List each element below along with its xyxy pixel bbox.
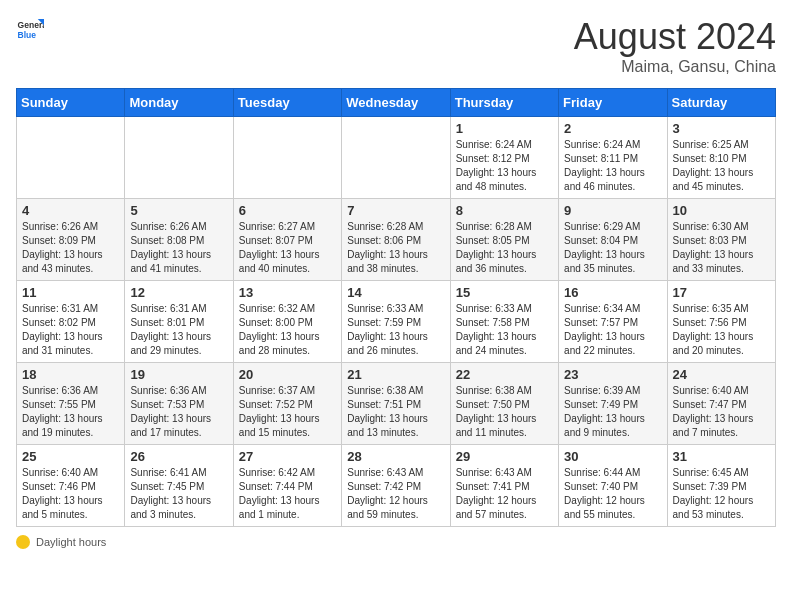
day-number: 14 bbox=[347, 285, 444, 300]
day-number: 9 bbox=[564, 203, 661, 218]
calendar-cell: 7Sunrise: 6:28 AM Sunset: 8:06 PM Daylig… bbox=[342, 199, 450, 281]
svg-text:Blue: Blue bbox=[18, 30, 37, 40]
day-number: 28 bbox=[347, 449, 444, 464]
day-info: Sunrise: 6:28 AM Sunset: 8:06 PM Dayligh… bbox=[347, 220, 444, 276]
weekday-header-tuesday: Tuesday bbox=[233, 89, 341, 117]
day-info: Sunrise: 6:42 AM Sunset: 7:44 PM Dayligh… bbox=[239, 466, 336, 522]
day-number: 15 bbox=[456, 285, 553, 300]
calendar-cell: 27Sunrise: 6:42 AM Sunset: 7:44 PM Dayli… bbox=[233, 445, 341, 527]
calendar-cell bbox=[125, 117, 233, 199]
day-number: 10 bbox=[673, 203, 770, 218]
calendar-cell: 10Sunrise: 6:30 AM Sunset: 8:03 PM Dayli… bbox=[667, 199, 775, 281]
day-number: 2 bbox=[564, 121, 661, 136]
calendar-cell: 14Sunrise: 6:33 AM Sunset: 7:59 PM Dayli… bbox=[342, 281, 450, 363]
calendar-cell: 25Sunrise: 6:40 AM Sunset: 7:46 PM Dayli… bbox=[17, 445, 125, 527]
day-info: Sunrise: 6:38 AM Sunset: 7:51 PM Dayligh… bbox=[347, 384, 444, 440]
calendar-cell: 28Sunrise: 6:43 AM Sunset: 7:42 PM Dayli… bbox=[342, 445, 450, 527]
weekday-header-saturday: Saturday bbox=[667, 89, 775, 117]
location-subtitle: Maima, Gansu, China bbox=[574, 58, 776, 76]
calendar-cell: 5Sunrise: 6:26 AM Sunset: 8:08 PM Daylig… bbox=[125, 199, 233, 281]
day-info: Sunrise: 6:31 AM Sunset: 8:01 PM Dayligh… bbox=[130, 302, 227, 358]
day-info: Sunrise: 6:26 AM Sunset: 8:08 PM Dayligh… bbox=[130, 220, 227, 276]
day-info: Sunrise: 6:43 AM Sunset: 7:42 PM Dayligh… bbox=[347, 466, 444, 522]
weekday-header-row: SundayMondayTuesdayWednesdayThursdayFrid… bbox=[17, 89, 776, 117]
calendar-cell: 2Sunrise: 6:24 AM Sunset: 8:11 PM Daylig… bbox=[559, 117, 667, 199]
calendar-cell: 16Sunrise: 6:34 AM Sunset: 7:57 PM Dayli… bbox=[559, 281, 667, 363]
day-info: Sunrise: 6:29 AM Sunset: 8:04 PM Dayligh… bbox=[564, 220, 661, 276]
calendar-table: SundayMondayTuesdayWednesdayThursdayFrid… bbox=[16, 88, 776, 527]
weekday-header-friday: Friday bbox=[559, 89, 667, 117]
day-info: Sunrise: 6:37 AM Sunset: 7:52 PM Dayligh… bbox=[239, 384, 336, 440]
calendar-cell: 31Sunrise: 6:45 AM Sunset: 7:39 PM Dayli… bbox=[667, 445, 775, 527]
calendar-cell bbox=[233, 117, 341, 199]
day-info: Sunrise: 6:28 AM Sunset: 8:05 PM Dayligh… bbox=[456, 220, 553, 276]
calendar-cell: 26Sunrise: 6:41 AM Sunset: 7:45 PM Dayli… bbox=[125, 445, 233, 527]
calendar-cell: 17Sunrise: 6:35 AM Sunset: 7:56 PM Dayli… bbox=[667, 281, 775, 363]
day-info: Sunrise: 6:40 AM Sunset: 7:47 PM Dayligh… bbox=[673, 384, 770, 440]
logo: General Blue bbox=[16, 16, 44, 44]
day-info: Sunrise: 6:39 AM Sunset: 7:49 PM Dayligh… bbox=[564, 384, 661, 440]
day-number: 26 bbox=[130, 449, 227, 464]
footer-note: Daylight hours bbox=[16, 535, 776, 549]
page-header: General Blue August 2024 Maima, Gansu, C… bbox=[16, 16, 776, 76]
day-info: Sunrise: 6:24 AM Sunset: 8:11 PM Dayligh… bbox=[564, 138, 661, 194]
weekday-header-wednesday: Wednesday bbox=[342, 89, 450, 117]
calendar-week-5: 25Sunrise: 6:40 AM Sunset: 7:46 PM Dayli… bbox=[17, 445, 776, 527]
day-number: 16 bbox=[564, 285, 661, 300]
month-year-title: August 2024 bbox=[574, 16, 776, 58]
calendar-cell: 4Sunrise: 6:26 AM Sunset: 8:09 PM Daylig… bbox=[17, 199, 125, 281]
calendar-cell: 18Sunrise: 6:36 AM Sunset: 7:55 PM Dayli… bbox=[17, 363, 125, 445]
calendar-cell: 29Sunrise: 6:43 AM Sunset: 7:41 PM Dayli… bbox=[450, 445, 558, 527]
day-info: Sunrise: 6:33 AM Sunset: 7:58 PM Dayligh… bbox=[456, 302, 553, 358]
day-number: 19 bbox=[130, 367, 227, 382]
day-info: Sunrise: 6:40 AM Sunset: 7:46 PM Dayligh… bbox=[22, 466, 119, 522]
day-number: 7 bbox=[347, 203, 444, 218]
calendar-cell: 8Sunrise: 6:28 AM Sunset: 8:05 PM Daylig… bbox=[450, 199, 558, 281]
calendar-cell: 19Sunrise: 6:36 AM Sunset: 7:53 PM Dayli… bbox=[125, 363, 233, 445]
calendar-cell bbox=[17, 117, 125, 199]
day-number: 5 bbox=[130, 203, 227, 218]
calendar-week-4: 18Sunrise: 6:36 AM Sunset: 7:55 PM Dayli… bbox=[17, 363, 776, 445]
calendar-cell: 22Sunrise: 6:38 AM Sunset: 7:50 PM Dayli… bbox=[450, 363, 558, 445]
daylight-label: Daylight hours bbox=[36, 536, 106, 548]
calendar-cell: 6Sunrise: 6:27 AM Sunset: 8:07 PM Daylig… bbox=[233, 199, 341, 281]
calendar-cell: 9Sunrise: 6:29 AM Sunset: 8:04 PM Daylig… bbox=[559, 199, 667, 281]
calendar-cell: 24Sunrise: 6:40 AM Sunset: 7:47 PM Dayli… bbox=[667, 363, 775, 445]
day-number: 21 bbox=[347, 367, 444, 382]
day-info: Sunrise: 6:33 AM Sunset: 7:59 PM Dayligh… bbox=[347, 302, 444, 358]
day-info: Sunrise: 6:34 AM Sunset: 7:57 PM Dayligh… bbox=[564, 302, 661, 358]
weekday-header-sunday: Sunday bbox=[17, 89, 125, 117]
calendar-cell: 30Sunrise: 6:44 AM Sunset: 7:40 PM Dayli… bbox=[559, 445, 667, 527]
day-info: Sunrise: 6:38 AM Sunset: 7:50 PM Dayligh… bbox=[456, 384, 553, 440]
day-info: Sunrise: 6:43 AM Sunset: 7:41 PM Dayligh… bbox=[456, 466, 553, 522]
title-block: August 2024 Maima, Gansu, China bbox=[574, 16, 776, 76]
day-number: 24 bbox=[673, 367, 770, 382]
day-info: Sunrise: 6:44 AM Sunset: 7:40 PM Dayligh… bbox=[564, 466, 661, 522]
day-number: 1 bbox=[456, 121, 553, 136]
day-number: 18 bbox=[22, 367, 119, 382]
day-number: 25 bbox=[22, 449, 119, 464]
day-number: 23 bbox=[564, 367, 661, 382]
day-number: 17 bbox=[673, 285, 770, 300]
day-number: 13 bbox=[239, 285, 336, 300]
weekday-header-thursday: Thursday bbox=[450, 89, 558, 117]
day-info: Sunrise: 6:27 AM Sunset: 8:07 PM Dayligh… bbox=[239, 220, 336, 276]
day-info: Sunrise: 6:24 AM Sunset: 8:12 PM Dayligh… bbox=[456, 138, 553, 194]
calendar-cell: 21Sunrise: 6:38 AM Sunset: 7:51 PM Dayli… bbox=[342, 363, 450, 445]
day-info: Sunrise: 6:31 AM Sunset: 8:02 PM Dayligh… bbox=[22, 302, 119, 358]
sun-icon bbox=[16, 535, 30, 549]
day-number: 8 bbox=[456, 203, 553, 218]
day-number: 12 bbox=[130, 285, 227, 300]
day-info: Sunrise: 6:25 AM Sunset: 8:10 PM Dayligh… bbox=[673, 138, 770, 194]
day-info: Sunrise: 6:30 AM Sunset: 8:03 PM Dayligh… bbox=[673, 220, 770, 276]
calendar-cell: 1Sunrise: 6:24 AM Sunset: 8:12 PM Daylig… bbox=[450, 117, 558, 199]
svg-text:General: General bbox=[18, 20, 44, 30]
day-number: 4 bbox=[22, 203, 119, 218]
calendar-week-2: 4Sunrise: 6:26 AM Sunset: 8:09 PM Daylig… bbox=[17, 199, 776, 281]
calendar-cell: 12Sunrise: 6:31 AM Sunset: 8:01 PM Dayli… bbox=[125, 281, 233, 363]
calendar-cell: 15Sunrise: 6:33 AM Sunset: 7:58 PM Dayli… bbox=[450, 281, 558, 363]
calendar-cell bbox=[342, 117, 450, 199]
day-number: 6 bbox=[239, 203, 336, 218]
logo-icon: General Blue bbox=[16, 16, 44, 44]
day-info: Sunrise: 6:36 AM Sunset: 7:53 PM Dayligh… bbox=[130, 384, 227, 440]
